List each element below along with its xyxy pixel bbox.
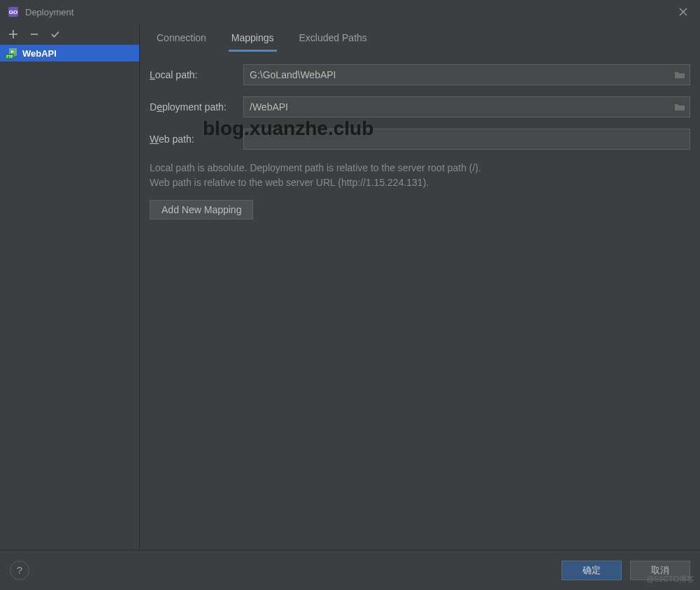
ftp-icon: FTP	[6, 48, 18, 59]
local-path-input[interactable]	[243, 64, 690, 85]
add-new-mapping-button[interactable]: Add New Mapping	[150, 200, 253, 220]
window-title: Deployment	[25, 7, 73, 17]
local-path-label: Local path:	[150, 69, 243, 80]
deployment-path-input[interactable]	[243, 96, 690, 117]
browse-deployment-icon[interactable]	[672, 99, 687, 115]
remove-server-button[interactable]	[28, 28, 41, 41]
app-icon: GO	[7, 6, 20, 18]
svg-text:GO: GO	[9, 9, 17, 15]
cancel-button[interactable]: 取消	[630, 561, 690, 580]
deployment-path-label: Deployment path:	[150, 101, 243, 113]
tab-excluded-paths[interactable]: Excluded Paths	[297, 25, 370, 52]
web-path-row: Web path:	[150, 129, 690, 150]
tab-connection[interactable]: Connection	[154, 25, 209, 52]
help-text: Local path is absolute. Deployment path …	[150, 161, 690, 190]
local-path-row: Local path:	[150, 64, 690, 85]
footer: ? 确定 取消	[0, 549, 700, 590]
help-line-1: Local path is absolute. Deployment path …	[150, 161, 690, 175]
help-line-2: Web path is relative to the web server U…	[150, 175, 690, 190]
web-path-label: Web path:	[150, 134, 243, 145]
deployment-path-row: Deployment path:	[150, 96, 690, 117]
sidebar-toolbar	[0, 24, 139, 45]
sidebar: FTP WebAPI	[0, 24, 140, 548]
help-button[interactable]: ?	[10, 561, 29, 580]
tab-mappings[interactable]: Mappings	[229, 25, 277, 52]
set-default-button[interactable]	[49, 28, 62, 41]
content-panel: Connection Mappings Excluded Paths Local…	[140, 24, 700, 548]
tabs: Connection Mappings Excluded Paths	[150, 24, 690, 52]
web-path-input[interactable]	[243, 129, 690, 150]
titlebar: GO Deployment	[0, 0, 700, 24]
ok-button[interactable]: 确定	[562, 561, 622, 580]
mappings-form: Local path: Deployment path:	[150, 52, 690, 220]
server-item-webapi[interactable]: FTP WebAPI	[0, 45, 139, 62]
svg-text:FTP: FTP	[6, 55, 13, 59]
browse-local-icon[interactable]	[672, 67, 687, 82]
close-icon[interactable]	[673, 2, 693, 22]
dialog-body: FTP WebAPI Connection Mappings Excluded …	[0, 24, 700, 548]
server-list: FTP WebAPI	[0, 45, 139, 548]
server-item-label: WebAPI	[22, 48, 57, 59]
add-server-button[interactable]	[7, 28, 20, 41]
